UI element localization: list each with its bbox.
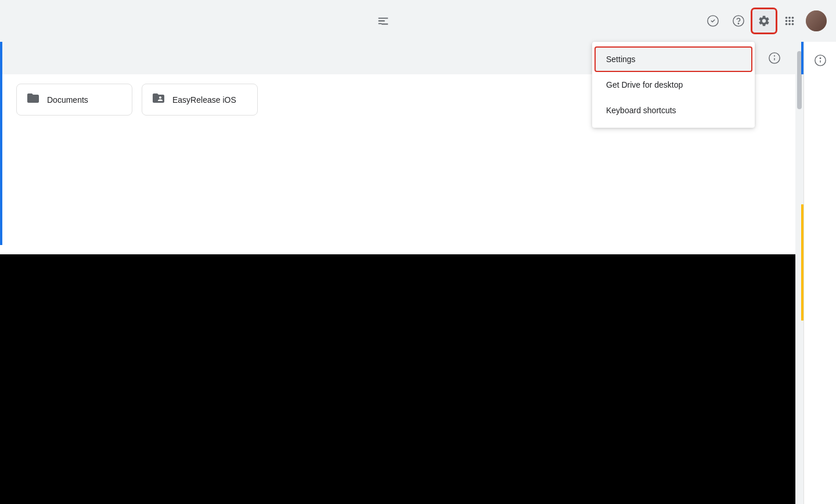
- svg-point-8: [820, 58, 820, 59]
- settings-gear-button[interactable]: [752, 9, 776, 33]
- right-accent-blue: [801, 42, 803, 74]
- menu-item-settings[interactable]: Settings: [594, 46, 752, 72]
- settings-dropdown-menu: Settings Get Drive for desktop Keyboard …: [592, 42, 755, 128]
- avatar-image: [806, 10, 827, 31]
- right-panel: [803, 42, 836, 504]
- info-button-sub[interactable]: [763, 46, 786, 70]
- user-avatar[interactable]: [806, 10, 827, 31]
- menu-item-keyboard-shortcuts[interactable]: Keyboard shortcuts: [592, 98, 755, 123]
- folder-icon-documents: [26, 91, 40, 108]
- get-drive-menu-label: Get Drive for desktop: [606, 80, 683, 89]
- filter-button[interactable]: [372, 9, 395, 33]
- folder-easyrelease[interactable]: EasyRelease iOS: [142, 84, 258, 116]
- check-button[interactable]: [701, 9, 725, 33]
- menu-item-get-drive[interactable]: Get Drive for desktop: [592, 72, 755, 98]
- svg-point-5: [774, 56, 775, 56]
- keyboard-shortcuts-menu-label: Keyboard shortcuts: [606, 106, 676, 115]
- folder-easyrelease-label: EasyRelease iOS: [172, 95, 236, 105]
- svg-point-2: [738, 23, 738, 24]
- right-accent-orange: [801, 204, 803, 321]
- settings-menu-label: Settings: [606, 55, 636, 64]
- apps-grid-button[interactable]: [778, 9, 801, 33]
- folder-documents-label: Documents: [47, 95, 88, 105]
- help-button[interactable]: [727, 9, 750, 33]
- toolbar-right: [701, 9, 827, 33]
- folder-documents[interactable]: Documents: [16, 84, 132, 116]
- toolbar: [0, 0, 836, 42]
- left-accent-bar: [0, 42, 2, 245]
- svg-point-1: [733, 16, 744, 26]
- folder-icon-easyrelease: [152, 91, 165, 108]
- right-panel-info-button[interactable]: [809, 49, 832, 72]
- black-content-area: [0, 254, 795, 504]
